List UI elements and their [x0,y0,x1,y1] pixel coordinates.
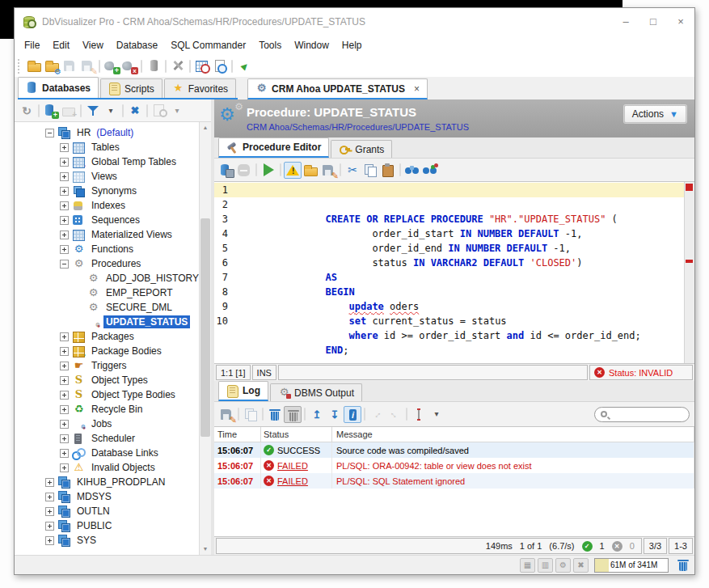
tree-expander-icon[interactable] [60,405,69,414]
tree-expander-icon[interactable] [60,362,69,370]
add-folder-icon[interactable] [60,102,78,119]
tool-properties-icon[interactable] [169,57,187,74]
tree-expander-icon[interactable] [60,143,69,152]
add-connection-icon[interactable] [42,102,60,119]
code-editor[interactable]: 1 CREATE OR REPLACE PROCEDURE "HR"."UPDA… [214,181,694,364]
row-height-icon[interactable] [410,406,428,423]
collapse-rows-icon[interactable]: ↔ [386,406,403,423]
tree-item-packages[interactable]: Packages [15,329,199,344]
tree-expander-icon[interactable] [60,201,69,210]
show-warnings-icon[interactable] [284,162,302,179]
menu-item[interactable]: Database [110,37,164,53]
tree-item-invalid-objects[interactable]: Invalid Objects [15,460,199,475]
tree-expander-icon[interactable] [60,391,69,400]
save-as-icon[interactable]: ✎ [78,57,96,74]
tree-item-indexes[interactable]: Indexes [15,198,199,213]
disconnect-icon[interactable] [120,57,138,74]
stop-icon[interactable] [235,162,253,179]
tree-item-public[interactable]: PUBLIC [15,518,199,533]
connect-icon[interactable] [103,57,120,74]
clear-log-icon[interactable] [266,406,284,423]
menu-item[interactable]: Help [336,37,369,53]
tree-expander-icon[interactable] [60,376,69,385]
tree-item-kihub-prodplan[interactable]: KIHUB_PRODPLAN [15,475,199,489]
collapse-all-icon[interactable]: ✖ [126,102,144,119]
tab-dbms-output[interactable]: DBMS Output [270,383,362,401]
tree-item-secure-dml[interactable]: SECURE_DML [15,300,199,315]
connection-status-icon[interactable]: ▥ [538,558,553,573]
code-area[interactable]: 1 CREATE OR REPLACE PROCEDURE "HR"."UPDA… [214,182,684,363]
tree-item-update-status[interactable]: ● UPDATE_STATUS [15,315,199,329]
tree-item-package-bodies[interactable]: ● Package Bodies [15,344,199,358]
tree-item-jobs[interactable]: ● Jobs [15,417,199,431]
maximize-button[interactable]: □ [639,8,667,35]
tree-item-sequences[interactable]: Sequences [15,213,199,227]
tree-item-emp-report[interactable]: EMP_REPORT [15,286,199,300]
minimize-button[interactable]: – [612,8,639,35]
tree-expander-icon[interactable] [45,129,54,137]
menu-item[interactable]: Edit [46,37,76,53]
log-row[interactable]: 15:06:07 FAILED PL/SQL: ORA-00942: table… [214,458,694,473]
save-icon[interactable] [61,57,78,74]
tree-item-global-temp-tables[interactable]: ● Global Temp Tables [15,154,199,169]
tree-expander-icon[interactable] [45,507,54,516]
tree-item-object-types[interactable]: Object Types [15,373,199,387]
cut-icon[interactable]: ✂ [344,162,361,179]
tree-expander-icon[interactable] [60,172,69,181]
menu-item[interactable]: File [18,37,46,53]
tab-log[interactable]: Log [218,381,268,401]
tree-item-procedures[interactable]: Procedures [15,256,199,271]
tree-expander-icon[interactable] [60,231,69,239]
tree-expander-icon[interactable] [60,332,69,341]
tree-expander-icon[interactable] [60,158,69,167]
tree-item-database-links[interactable]: Database Links [15,446,199,460]
database-connection-icon[interactable] [145,57,162,74]
errors-status-icon[interactable]: ✖ [573,558,589,573]
history-icon[interactable] [211,57,229,74]
filter-caret-icon[interactable]: ▾ [102,102,120,119]
execute-icon[interactable] [260,162,277,179]
tab-favorites[interactable]: Favorites [164,78,236,98]
load-from-file-icon[interactable] [302,162,319,179]
tab-databases[interactable]: Databases [18,77,99,98]
expand-rows-icon[interactable]: ↔ [368,406,386,423]
garbage-collect-icon[interactable] [674,556,690,573]
tree-expander-icon[interactable] [45,536,54,545]
scroll-up-icon[interactable]: ▲ [200,122,211,133]
close-button[interactable]: × [667,8,694,35]
log-row[interactable]: 15:06:07 FAILED PL/SQL: SQL Statement ig… [214,473,694,489]
tree-expander-icon[interactable] [45,522,54,531]
scroll-to-top-icon[interactable]: ↥ [308,406,326,423]
refresh-icon[interactable]: ↻ [18,102,36,119]
menu-item[interactable]: View [76,37,110,53]
clear-on-execute-icon[interactable] [284,406,302,423]
tree-expander-icon[interactable] [60,260,69,269]
toolbar-grip[interactable] [18,59,22,74]
scroll-down-icon[interactable]: ▼ [200,544,211,555]
tree-expander-icon[interactable] [45,493,54,501]
tree-expander-icon[interactable] [60,420,69,429]
tree-item-functions[interactable]: Functions [15,242,199,256]
tree-expander-icon[interactable] [45,478,54,487]
preview-icon[interactable] [150,102,168,119]
tree-expander-icon[interactable] [60,245,69,254]
open-file-icon[interactable] [25,57,43,74]
memory-indicator[interactable]: 61M of 341M [594,558,669,573]
actions-button[interactable]: Actions ▼ [624,105,686,123]
tree-item-mdsys[interactable]: MDSYS [15,489,199,504]
tree-item-synonyms[interactable]: Synonyms [15,184,199,198]
row-height-caret-icon[interactable]: ▾ [428,406,445,423]
open-settings-icon[interactable]: ⚙ [43,57,61,74]
menu-item[interactable]: Tools [252,37,288,53]
find-icon[interactable] [403,162,421,179]
table-data-icon[interactable] [193,57,211,74]
tree-expander-icon[interactable] [60,347,69,356]
show-details-icon[interactable] [344,406,361,423]
tree-expander-icon[interactable] [60,434,69,443]
tree-expander-icon[interactable] [60,187,69,196]
bookmark-arrow-icon[interactable]: ► [235,57,253,74]
scroll-to-bottom-icon[interactable]: ↧ [326,406,344,423]
tree-expander-icon[interactable] [60,463,69,472]
tree-item-hr[interactable]: HR (Default) [15,125,199,140]
menu-item[interactable]: SQL Commander [164,37,252,53]
